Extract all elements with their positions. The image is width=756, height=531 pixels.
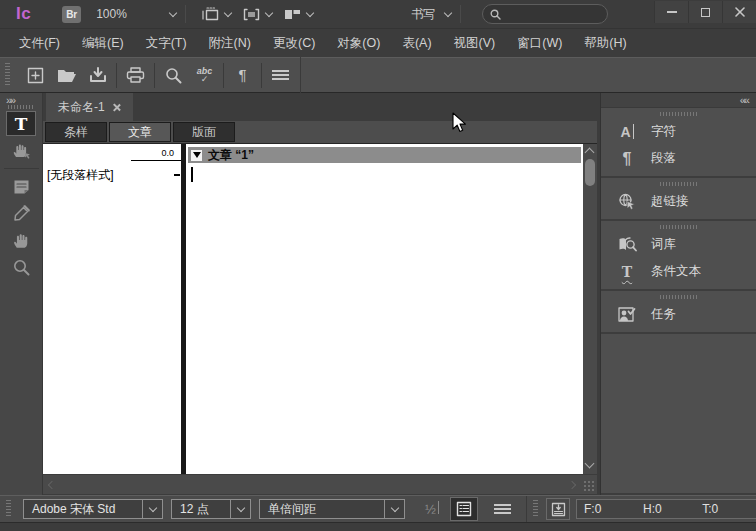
menu-help[interactable]: 帮助(H) <box>573 29 637 57</box>
panel-drag-handle[interactable] <box>660 295 698 299</box>
save-button[interactable] <box>82 62 113 89</box>
story-header[interactable]: 文章 “1” <box>188 147 581 163</box>
copyfit-drag-handle[interactable] <box>533 500 538 518</box>
toolbar-separator <box>154 63 155 88</box>
scroll-up-icon[interactable] <box>585 148 595 158</box>
panel-label: 超链接 <box>651 193 689 210</box>
eyedropper-tool[interactable] <box>6 201 36 226</box>
note-tool-icon <box>13 179 30 195</box>
panel-paragraph[interactable]: 段落 <box>601 145 756 172</box>
zoom-level-dropdown[interactable]: 100% <box>96 7 176 21</box>
menu-edit[interactable]: 编辑(E) <box>71 29 135 57</box>
magnifier-icon <box>165 67 182 84</box>
document-tab-label: 未命名-1 <box>58 99 105 116</box>
leading-select[interactable]: 单倍间距 <box>259 499 405 519</box>
panel-drag-handle[interactable] <box>660 225 698 229</box>
vertical-scrollbar[interactable] <box>583 144 597 474</box>
menu-object[interactable]: 对象(O) <box>326 29 391 57</box>
menu-changes[interactable]: 更改(C) <box>262 29 326 57</box>
scroll-down-icon[interactable] <box>585 459 595 469</box>
scroll-right-icon[interactable] <box>568 481 576 489</box>
scroll-left-icon[interactable] <box>48 481 56 489</box>
info-column-toggle[interactable] <box>450 497 478 521</box>
arrange-documents-dropdown[interactable] <box>284 8 313 21</box>
bridge-button[interactable]: Br <box>62 6 81 23</box>
font-size-select[interactable]: 12 点 <box>171 499 251 519</box>
tab-galley[interactable]: 条样 <box>45 122 107 142</box>
expand-panel-icon[interactable] <box>6 94 14 106</box>
zoom-tool[interactable] <box>6 255 36 280</box>
note-tool[interactable] <box>6 174 36 199</box>
story-text-area[interactable]: 文章 “1” <box>186 144 583 474</box>
bottom-strip <box>0 522 756 531</box>
hidden-characters-button[interactable] <box>227 62 258 89</box>
panel-drag-handle[interactable] <box>660 112 698 116</box>
collapse-dock-icon[interactable] <box>740 93 748 107</box>
workspace-label: 书写 <box>411 6 435 23</box>
view-options-dropdown[interactable] <box>201 7 231 21</box>
titlebar-separator <box>460 5 461 23</box>
menu-file[interactable]: 文件(F) <box>8 29 71 57</box>
toolbar-separator <box>261 63 262 88</box>
hand-tool[interactable] <box>6 228 36 253</box>
info-column-icon <box>456 501 472 517</box>
chevron-down-icon <box>224 8 232 16</box>
mouse-cursor <box>452 112 468 134</box>
scrollbar-thumb[interactable] <box>585 159 595 186</box>
print-button[interactable] <box>120 62 151 89</box>
screen-mode-dropdown[interactable] <box>243 8 272 21</box>
story-editor: 0.0 [无段落样式] 文章 “1” <box>43 144 597 474</box>
counter-h: H:0 <box>636 502 695 516</box>
resize-grip[interactable] <box>582 479 595 492</box>
document-tab[interactable]: 未命名-1 <box>46 93 133 121</box>
select-chevron[interactable] <box>384 500 404 518</box>
spellcheck-button[interactable] <box>189 62 220 89</box>
horizontal-scrollbar[interactable] <box>43 474 597 494</box>
minimize-button[interactable] <box>654 1 688 23</box>
search-field[interactable] <box>482 4 608 24</box>
screen-mode-icon <box>243 8 260 21</box>
menu-view[interactable]: 视图(V) <box>443 29 507 57</box>
line-numbers-toggle[interactable] <box>419 497 445 521</box>
panel-conditional-text[interactable]: 条件文本 <box>601 258 756 285</box>
maximize-button[interactable] <box>688 1 722 23</box>
panel-thesaurus[interactable]: 词库 <box>601 231 756 258</box>
close-button[interactable] <box>722 1 756 23</box>
close-tab-icon[interactable] <box>113 103 121 111</box>
new-document-button[interactable] <box>20 62 51 89</box>
panel-label: 任务 <box>651 306 676 323</box>
panel-label: 字符 <box>651 123 676 140</box>
select-chevron[interactable] <box>142 500 162 518</box>
find-button[interactable] <box>158 62 189 89</box>
statusbar-menu-button[interactable] <box>490 497 514 521</box>
menu-type[interactable]: 文字(T) <box>135 29 198 57</box>
open-button[interactable] <box>51 62 82 89</box>
copyfit-info-icon <box>551 502 566 517</box>
panel-group-reference: 词库 条件文本 <box>601 221 756 291</box>
menu-notes[interactable]: 附注(N) <box>198 29 262 57</box>
toolbar-drag-handle[interactable] <box>5 63 10 87</box>
workspace-switcher[interactable]: 书写 <box>411 6 451 23</box>
type-tool[interactable] <box>6 111 36 136</box>
position-tool[interactable] <box>6 138 36 163</box>
panel-dock: 字符 段落 超链接 <box>600 93 756 495</box>
toolbar-menu-button[interactable] <box>265 62 296 89</box>
depth-ruler-value: 0.0 <box>161 148 174 158</box>
tab-story[interactable]: 文章 <box>109 122 171 142</box>
panel-drag-handle[interactable] <box>660 182 698 186</box>
collapse-triangle-icon[interactable] <box>191 150 202 161</box>
panel-hyperlinks[interactable]: 超链接 <box>601 188 756 215</box>
window-controls <box>654 1 756 23</box>
panel-character[interactable]: 字符 <box>601 118 756 145</box>
paragraph-icon <box>615 149 639 169</box>
search-input[interactable] <box>506 7 600 21</box>
panel-assignments[interactable]: 任务 <box>601 301 756 328</box>
menu-window[interactable]: 窗口(W) <box>506 29 573 57</box>
tab-layout[interactable]: 版面 <box>173 122 235 142</box>
copyfit-info-button[interactable] <box>546 498 570 520</box>
select-chevron[interactable] <box>230 500 250 518</box>
menu-table[interactable]: 表(A) <box>391 29 442 57</box>
font-family-select[interactable]: Adobe 宋体 Std <box>23 499 163 519</box>
statusbar-drag-handle[interactable] <box>6 500 11 518</box>
line-numbers-icon <box>425 500 439 518</box>
